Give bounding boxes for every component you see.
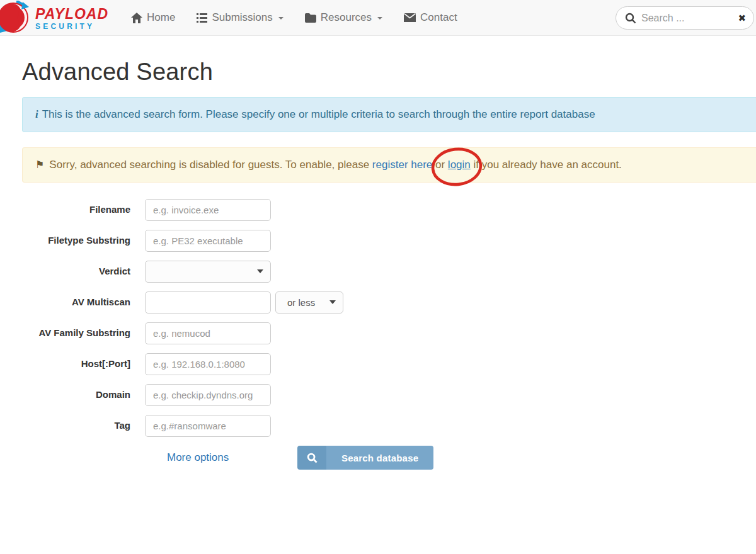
filetype-substring-input[interactable] bbox=[145, 230, 271, 252]
nav-menu: Home Submissions Resources bbox=[131, 11, 457, 24]
chevron-down-icon bbox=[377, 17, 382, 20]
login-link[interactable]: login bbox=[448, 159, 471, 171]
nav-label-contact: Contact bbox=[420, 11, 457, 24]
form-row-filetype: Filetype Substring bbox=[22, 230, 756, 252]
search-icon bbox=[297, 446, 326, 470]
filetype-substring-label: Filetype Substring bbox=[22, 230, 130, 252]
nav-item-submissions[interactable]: Submissions bbox=[197, 11, 283, 24]
host-port-label: Host[:Port] bbox=[22, 353, 130, 375]
domain-input[interactable] bbox=[145, 384, 271, 406]
verdict-label: Verdict bbox=[22, 261, 130, 283]
register-here-link[interactable]: register here bbox=[372, 159, 432, 171]
form-row-av-family: AV Family Substring bbox=[22, 322, 756, 344]
domain-label: Domain bbox=[22, 384, 130, 406]
more-options-link[interactable]: More options bbox=[167, 451, 229, 463]
info-alert-text: This is the advanced search form. Please… bbox=[42, 108, 595, 120]
warning-text-middle: or bbox=[432, 159, 448, 171]
form-row-filename: Filename bbox=[22, 199, 756, 221]
brand-logo[interactable]: PAYLOAD SECURITY bbox=[0, 1, 108, 35]
form-actions: More options Search database bbox=[22, 446, 756, 470]
tag-input[interactable] bbox=[145, 415, 271, 437]
payload-security-logo-icon bbox=[0, 1, 34, 35]
filename-label: Filename bbox=[22, 199, 130, 221]
brand-line1: PAYLOAD bbox=[35, 7, 108, 21]
warning-text-pre: Sorry, advanced searching is disabled fo… bbox=[49, 159, 372, 171]
tag-label: Tag bbox=[22, 415, 130, 437]
av-family-substring-label: AV Family Substring bbox=[22, 322, 130, 344]
form-row-tag: Tag bbox=[22, 415, 756, 437]
search-icon bbox=[625, 13, 636, 24]
verdict-select[interactable] bbox=[145, 261, 271, 283]
form-row-host-port: Host[:Port] bbox=[22, 353, 756, 375]
nav-label-submissions: Submissions bbox=[212, 11, 272, 24]
chevron-down-icon bbox=[329, 300, 336, 304]
navbar-search-box: ✖ bbox=[616, 6, 754, 30]
top-navbar: PAYLOAD SECURITY Home Submissions bbox=[0, 0, 756, 36]
chevron-down-icon bbox=[257, 269, 263, 273]
info-icon: i bbox=[35, 108, 38, 120]
brand-line2: SECURITY bbox=[35, 23, 108, 30]
warning-text-post: if you already have an account. bbox=[471, 159, 622, 171]
info-alert: iThis is the advanced search form. Pleas… bbox=[22, 97, 756, 132]
envelope-icon bbox=[404, 13, 416, 22]
av-multiscan-label: AV Multiscan bbox=[22, 291, 130, 314]
nav-item-resources[interactable]: Resources bbox=[305, 11, 382, 24]
av-family-substring-input[interactable] bbox=[145, 322, 271, 344]
page-title: Advanced Search bbox=[22, 59, 756, 86]
folder-icon bbox=[305, 13, 316, 23]
av-multiscan-comparator-value: or less bbox=[287, 297, 315, 308]
nav-label-resources: Resources bbox=[321, 11, 372, 24]
form-row-verdict: Verdict bbox=[22, 261, 756, 283]
list-icon bbox=[197, 13, 207, 23]
search-input[interactable] bbox=[641, 13, 734, 24]
brand-wordmark: PAYLOAD SECURITY bbox=[35, 7, 108, 30]
form-row-av-multiscan: AV Multiscan or less bbox=[22, 291, 756, 314]
home-icon bbox=[131, 13, 142, 23]
form-row-domain: Domain bbox=[22, 384, 756, 406]
filename-input[interactable] bbox=[145, 199, 271, 221]
nav-label-home: Home bbox=[147, 11, 175, 24]
nav-item-home[interactable]: Home bbox=[131, 11, 175, 24]
search-database-button-label: Search database bbox=[326, 446, 433, 470]
search-database-button[interactable]: Search database bbox=[297, 446, 433, 470]
advanced-search-form: Filename Filetype Substring Verdict AV M… bbox=[22, 199, 756, 470]
flag-icon: ⚑ bbox=[35, 159, 44, 170]
chevron-down-icon bbox=[278, 17, 284, 20]
host-port-input[interactable] bbox=[145, 353, 271, 375]
main-content: Advanced Search iThis is the advanced se… bbox=[0, 59, 756, 470]
nav-item-contact[interactable]: Contact bbox=[404, 11, 457, 24]
av-multiscan-input[interactable] bbox=[145, 291, 271, 314]
guest-warning-alert: ⚑Sorry, advanced searching is disabled f… bbox=[22, 147, 756, 183]
av-multiscan-comparator-select[interactable]: or less bbox=[275, 291, 343, 314]
close-icon[interactable]: ✖ bbox=[738, 13, 746, 24]
